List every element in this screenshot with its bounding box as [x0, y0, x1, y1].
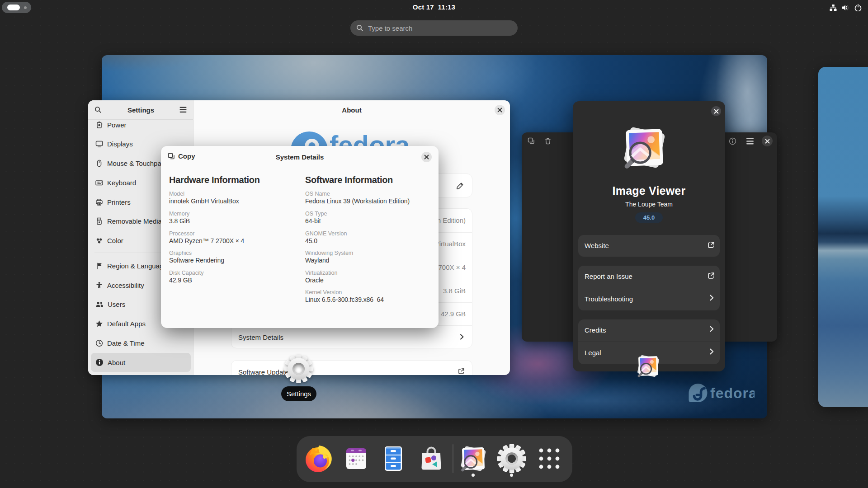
svg-text:fedora: fedora	[710, 385, 755, 401]
